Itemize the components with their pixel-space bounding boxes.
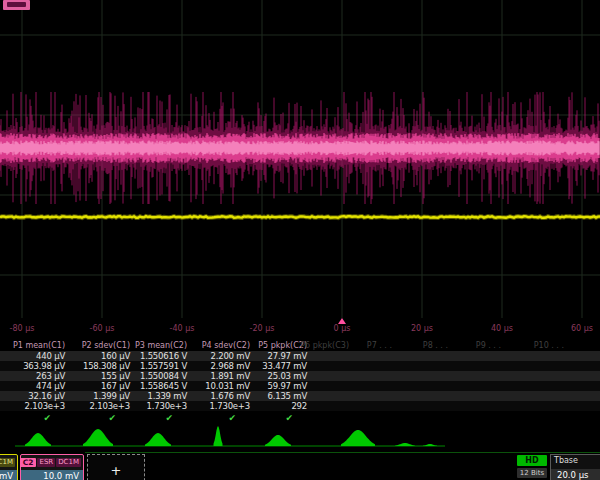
- measure-column: P8 . . .: [406, 340, 448, 425]
- histicon-strip: [0, 425, 600, 452]
- parameter-value: 1.558645 V: [140, 381, 187, 391]
- c1-coupling-chip: C1M: [0, 458, 15, 467]
- measure-column: P9 . . .: [459, 340, 501, 425]
- status-checkmark: [434, 411, 448, 425]
- parameter-value: 263 µV: [36, 371, 65, 381]
- parameter-value: 1.730e+3: [147, 401, 188, 411]
- time-tick-label: 0 µs: [334, 324, 351, 333]
- channel-descriptor-c1[interactable]: C1M 0 mV: [0, 454, 18, 480]
- parameter-value: 158.308 µV: [83, 361, 130, 371]
- parameter-header[interactable]: P9 . . .: [476, 340, 501, 351]
- parameter-header[interactable]: P8 . . .: [423, 340, 448, 351]
- c2-channel-badge: C2: [20, 458, 36, 467]
- c2-scale-value: 10.0 mV: [21, 470, 83, 480]
- status-checkmark: [378, 411, 392, 425]
- time-tick-label: -80 µs: [10, 324, 35, 333]
- status-checkmark: [487, 411, 501, 425]
- parameter-value: 440 µV: [36, 351, 65, 361]
- parameter-value: 1.557591 V: [140, 361, 187, 371]
- time-tick-label: 20 µs: [411, 324, 433, 333]
- time-tick-label: -40 µs: [170, 324, 195, 333]
- parameter-value: 1.550616 V: [140, 351, 187, 361]
- bottom-bar: C1M 0 mV C2 ESR DC1M 10.0 mV + HD 12 Bit…: [0, 452, 600, 480]
- parameter-histicons: [0, 425, 600, 452]
- badge-text-smudge: [7, 2, 26, 7]
- parameter-value: 1.339 mV: [147, 391, 187, 401]
- measure-column: P: [582, 340, 600, 425]
- measure-table: P1 mean(C1)440 µV363.98 µV263 µV474 µV32…: [0, 340, 600, 425]
- status-checkmark: [335, 411, 349, 425]
- channel-descriptor-c2[interactable]: C2 ESR DC1M 10.0 mV: [20, 454, 84, 480]
- timebase-label: Tbase: [551, 455, 600, 467]
- parameter-header[interactable]: P4 sdev(C2): [202, 340, 250, 351]
- parameter-header[interactable]: P1 mean(C1): [13, 340, 65, 351]
- measure-column: P3 mean(C2)1.550616 V1.557591 V1.550084 …: [125, 340, 187, 425]
- parameter-value: 474 µV: [36, 381, 65, 391]
- status-checkmark: ✔: [43, 411, 65, 425]
- parameter-header[interactable]: P6 pkpk(C3): [300, 340, 349, 351]
- parameter-header[interactable]: P10 . . .: [534, 340, 564, 351]
- parameter-value: 363.98 µV: [23, 361, 65, 371]
- status-checkmark: ✔: [165, 411, 187, 425]
- c2-esr-chip: ESR: [37, 458, 55, 467]
- plus-icon: +: [111, 463, 122, 478]
- c2-coupling-chip: DC1M: [56, 458, 81, 467]
- top-left-badge[interactable]: [3, 0, 30, 10]
- measure-column: P6 pkpk(C3): [289, 340, 349, 425]
- hd-mode-badge: HD: [517, 455, 547, 466]
- timebase-value: 20.0 µs: [551, 469, 600, 480]
- time-tick-label: 60 µs: [571, 324, 593, 333]
- time-axis: -80 µs-60 µs-40 µs-20 µs0 µs20 µs40 µs60…: [0, 318, 600, 338]
- measure-column: P1 mean(C1)440 µV363.98 µV263 µV474 µV32…: [1, 340, 65, 425]
- time-tick-label: -60 µs: [90, 324, 115, 333]
- parameter-value: 2.103e+3: [90, 401, 131, 411]
- hd-bits-label: 12 Bits: [517, 468, 547, 478]
- c1-scale-value: 0 mV: [0, 470, 17, 480]
- status-checkmark: [550, 411, 564, 425]
- parameter-header[interactable]: P2 sdev(C1): [82, 340, 130, 351]
- timebase-descriptor[interactable]: Tbase 20.0 µs: [550, 454, 600, 480]
- parameter-value: 32.16 µV: [28, 391, 65, 401]
- parameter-value: 1.550084 V: [140, 371, 187, 381]
- waveform-display: [0, 0, 600, 318]
- parameter-value: 1.730e+3: [210, 401, 251, 411]
- measure-column: P10 . . .: [518, 340, 564, 425]
- separator-line: [85, 452, 600, 453]
- time-tick-label: 40 µs: [491, 324, 513, 333]
- parameter-header[interactable]: P3 mean(C2): [135, 340, 187, 351]
- add-trace-button[interactable]: +: [87, 454, 145, 480]
- time-tick-label: -20 µs: [250, 324, 275, 333]
- measure-column: P2 sdev(C1)160 µV158.308 µV155 µV167 µV1…: [66, 340, 130, 425]
- measure-column: P4 sdev(C2)2.200 mV2.968 mV1.891 mV10.03…: [188, 340, 250, 425]
- parameter-value: 2.103e+3: [25, 401, 66, 411]
- parameter-header[interactable]: P7 . . .: [367, 340, 392, 351]
- oscilloscope-screen: -80 µs-60 µs-40 µs-20 µs0 µs20 µs40 µs60…: [0, 0, 600, 480]
- waveform-grid: [0, 0, 600, 318]
- parameter-value: 10.031 mV: [205, 381, 250, 391]
- measure-column: P7 . . .: [350, 340, 392, 425]
